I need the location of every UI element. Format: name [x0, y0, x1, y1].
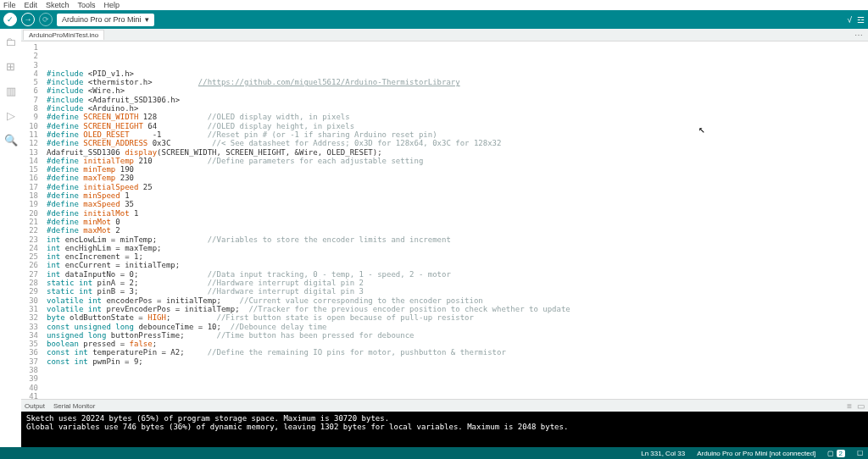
tab-serial-monitor[interactable]: Serial Monitor [53, 402, 95, 410]
debug-icon[interactable]: ▷ [7, 109, 15, 122]
tab-overflow-icon[interactable]: ⋯ [854, 30, 863, 40]
menu-edit[interactable]: Edit [25, 1, 38, 9]
bottom-panel-tabs: Output Serial Monitor ≡ ▭ [21, 399, 868, 412]
boards-icon[interactable]: ⊞ [6, 60, 15, 73]
tab-output[interactable]: Output [25, 402, 45, 410]
statusbar: Ln 331, Col 33 Arduino Pro or Pro Mini [… [0, 447, 868, 459]
tabbar: ArduinoProMiniTest.ino ⋯ [21, 29, 868, 41]
serial-monitor-icon[interactable]: ☲ [857, 15, 865, 25]
output-console[interactable]: Sketch uses 20224 bytes (65%) of program… [21, 412, 868, 447]
close-panel-icon[interactable]: ▭ [857, 401, 865, 411]
folder-icon[interactable]: 🗀 [5, 36, 16, 48]
left-rail: 🗀 ⊞ ▥ ▷ 🔍 [0, 29, 21, 447]
menu-help[interactable]: Help [104, 1, 120, 9]
menu-sketch[interactable]: Sketch [46, 1, 70, 9]
console-line: Sketch uses 20224 bytes (65%) of program… [26, 414, 863, 423]
status-board[interactable]: Arduino Pro or Pro Mini [not connected] [697, 450, 815, 457]
tab-file[interactable]: ArduinoProMiniTest.ino [23, 30, 104, 40]
upload-button[interactable]: → [21, 13, 35, 26]
code-editor[interactable]: 1234567891011121314151617181920212223242… [21, 41, 868, 399]
menu-tools[interactable]: Tools [78, 1, 96, 9]
debug-button[interactable]: ⟳ [39, 13, 53, 26]
notification-badge[interactable]: ▢ 2 [827, 450, 845, 457]
board-selector[interactable]: Arduino Pro or Pro Mini ▾ [57, 14, 154, 26]
toolbar: ✓ → ⟳ Arduino Pro or Pro Mini ▾ √ ☲ [0, 10, 868, 29]
menu-file[interactable]: File [3, 1, 16, 9]
code-area[interactable]: ↖ #include <PID_v1.h>#include <thermisto… [43, 41, 868, 399]
board-selector-label: Arduino Pro or Pro Mini [62, 15, 142, 24]
maximize-icon[interactable]: ≡ [847, 401, 852, 411]
library-icon[interactable]: ▥ [6, 85, 16, 97]
verify-button[interactable]: ✓ [3, 13, 17, 26]
chevron-down-icon: ▾ [145, 15, 149, 24]
close-notif-icon[interactable]: ☐ [857, 450, 863, 457]
menubar: File Edit Sketch Tools Help [0, 0, 868, 10]
console-line: Global variables use 746 bytes (36%) of … [26, 423, 863, 431]
cursor-position: Ln 331, Col 33 [641, 450, 685, 457]
line-gutter: 1234567891011121314151617181920212223242… [21, 41, 43, 399]
search-icon[interactable]: 🔍 [4, 134, 18, 147]
serial-plotter-icon[interactable]: √ [848, 15, 853, 25]
